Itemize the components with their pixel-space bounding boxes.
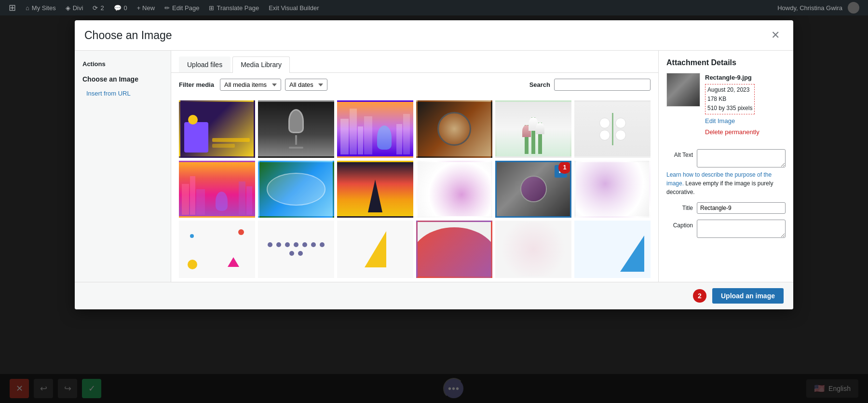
media-item-16[interactable] <box>416 221 492 278</box>
attachment-date: August 20, 2023 <box>707 85 752 95</box>
modal-body: Actions Choose an Image Insert from URL … <box>75 51 793 282</box>
avatar <box>848 2 859 14</box>
attachment-details-panel: Attachment Details Rectangle-9.jpg Augus… <box>658 51 793 282</box>
attachment-details-title: Attachment Details <box>666 58 786 67</box>
caption-label: Caption <box>666 220 693 229</box>
media-item-18[interactable] <box>574 221 651 278</box>
comments-icon: 💬 <box>114 4 122 12</box>
attachment-thumbnail <box>666 73 700 107</box>
item-number-badge: 1 <box>558 161 571 174</box>
attachment-date-size-dimensions: August 20, 2023 178 KB 510 by 335 pixels <box>705 84 755 115</box>
media-item-6[interactable] <box>574 100 651 158</box>
media-item-4[interactable] <box>416 100 492 158</box>
media-item-13[interactable] <box>179 221 255 278</box>
comments-button[interactable]: 💬 0 <box>110 0 131 15</box>
sidebar-item-choose-image[interactable]: Choose an Image <box>75 71 171 87</box>
alt-text-label: Alt Text <box>666 149 693 158</box>
edit-image-link[interactable]: Edit Image <box>705 116 760 126</box>
translate-icon: ⊞ <box>209 4 214 12</box>
edit-icon: ✏ <box>164 4 170 12</box>
title-input[interactable] <box>697 202 786 214</box>
alt-text-input[interactable] <box>697 149 786 167</box>
title-field-row: Title <box>666 202 786 214</box>
search-label: Search <box>529 81 550 88</box>
sidebar-actions-label: Actions <box>75 56 171 71</box>
sidebar-item-insert-url[interactable]: Insert from URL <box>75 87 171 100</box>
date-filter[interactable]: All dates 2023 2022 <box>285 79 327 91</box>
modal-footer: 2 Upload an image <box>75 282 793 309</box>
media-item-7[interactable] <box>179 161 255 218</box>
media-modal: Choose an Image ✕ Actions Choose an Imag… <box>75 20 793 309</box>
translate-page-button[interactable]: ⊞ Translate Page <box>205 0 263 15</box>
media-item-2[interactable] <box>258 100 334 158</box>
alt-text-field-row: Alt Text <box>666 149 786 167</box>
caption-field-row: Caption <box>666 220 786 238</box>
media-item-12[interactable] <box>574 161 651 218</box>
media-item-15[interactable] <box>337 221 413 278</box>
upload-image-button[interactable]: Upload an image <box>712 288 784 304</box>
attachment-preview: Rectangle-9.jpg August 20, 2023 178 KB 5… <box>666 73 786 138</box>
media-item-14[interactable] <box>258 221 334 278</box>
divi-button[interactable]: ◈ Divi <box>62 0 87 15</box>
tab-media-library[interactable]: Media Library <box>232 56 290 73</box>
media-sidebar: Actions Choose an Image Insert from URL <box>75 51 171 282</box>
modal-overlay: Choose an Image ✕ Actions Choose an Imag… <box>0 15 868 403</box>
media-item-5[interactable] <box>495 100 571 158</box>
filter-media-label: Filter media <box>179 81 214 88</box>
media-item-8[interactable] <box>258 161 334 218</box>
media-grid-container: 1 ✓ <box>171 97 658 282</box>
attachment-dimensions: 510 by 335 pixels <box>707 104 752 113</box>
admin-bar: ⊞ ⌂ My Sites ◈ Divi ⟳ 2 💬 0 + New ✏ Edit… <box>0 0 868 15</box>
user-greeting: Howdy, Christina Gwira <box>773 0 863 15</box>
media-item-11[interactable]: 1 ✓ <box>495 161 571 218</box>
revisions-icon: ⟳ <box>93 4 98 12</box>
media-item-9[interactable] <box>337 161 413 218</box>
attachment-meta: Rectangle-9.jpg August 20, 2023 178 KB 5… <box>705 73 760 138</box>
divi-icon: ◈ <box>66 4 70 12</box>
delete-image-link[interactable]: Delete permanently <box>705 127 760 138</box>
wp-logo-button[interactable]: ⊞ <box>5 0 20 15</box>
attachment-filename: Rectangle-9.jpg <box>705 73 760 83</box>
alt-text-hint: Learn how to describe the purpose of the… <box>666 170 786 196</box>
title-label: Title <box>666 202 693 211</box>
sites-icon: ⌂ <box>26 4 29 12</box>
search-input[interactable] <box>554 79 651 91</box>
new-button[interactable]: + New <box>133 0 159 15</box>
modal-header: Choose an Image ✕ <box>75 20 793 51</box>
attachment-filesize: 178 KB <box>707 95 752 104</box>
media-item-17[interactable] <box>495 221 571 278</box>
media-type-filter[interactable]: All media items Images Audio Video <box>220 79 281 91</box>
my-sites-button[interactable]: ⌂ My Sites <box>22 0 60 15</box>
media-item-10[interactable] <box>416 161 492 218</box>
caption-input[interactable] <box>697 220 786 238</box>
modal-close-button[interactable]: ✕ <box>767 28 784 42</box>
media-grid: 1 ✓ <box>179 100 651 278</box>
edit-page-button[interactable]: ✏ Edit Page <box>161 0 203 15</box>
filter-bar: Filter media All media items Images Audi… <box>171 73 658 97</box>
wordpress-icon: ⊞ <box>9 2 16 13</box>
step-badge: 2 <box>693 289 706 303</box>
modal-title: Choose an Image <box>84 29 172 42</box>
media-item-3[interactable] <box>337 100 413 158</box>
revisions-button[interactable]: ⟳ 2 <box>89 0 108 15</box>
media-main: Upload files Media Library Filter media … <box>171 51 658 282</box>
media-item-1[interactable] <box>179 100 255 158</box>
media-tabs: Upload files Media Library <box>171 51 658 73</box>
exit-builder-button[interactable]: Exit Visual Builder <box>265 0 323 15</box>
tab-upload-files[interactable]: Upload files <box>179 56 231 72</box>
